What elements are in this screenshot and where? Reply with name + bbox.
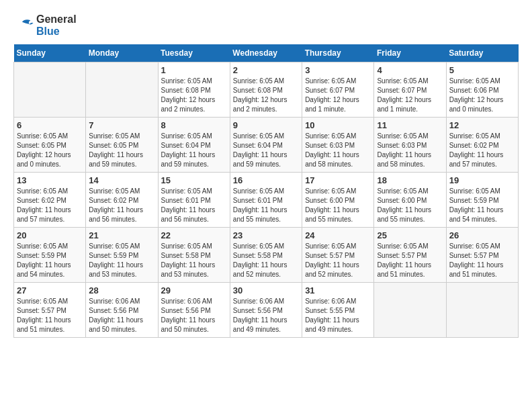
calendar-cell: 17Sunrise: 6:05 AM Sunset: 6:00 PM Dayli…: [302, 173, 374, 228]
day-number: 25: [377, 230, 443, 240]
logo-text: General Blue: [36, 13, 77, 38]
day-info: Sunrise: 6:05 AM Sunset: 6:05 PM Dayligh…: [89, 132, 154, 169]
day-number: 21: [89, 230, 154, 240]
calendar-cell: 1Sunrise: 6:05 AM Sunset: 6:08 PM Daylig…: [158, 62, 230, 118]
calendar-cell: 23Sunrise: 6:05 AM Sunset: 5:58 PM Dayli…: [230, 228, 302, 283]
day-number: 7: [89, 120, 154, 130]
day-number: 18: [377, 175, 443, 185]
day-info: Sunrise: 6:05 AM Sunset: 6:00 PM Dayligh…: [377, 187, 443, 224]
day-number: 1: [161, 65, 227, 75]
day-info: Sunrise: 6:06 AM Sunset: 5:56 PM Dayligh…: [89, 297, 154, 334]
day-info: Sunrise: 6:05 AM Sunset: 5:59 PM Dayligh…: [449, 187, 515, 224]
day-info: Sunrise: 6:06 AM Sunset: 5:55 PM Dayligh…: [305, 297, 371, 334]
calendar-cell: 3Sunrise: 6:05 AM Sunset: 6:07 PM Daylig…: [302, 62, 374, 118]
day-info: Sunrise: 6:05 AM Sunset: 6:02 PM Dayligh…: [89, 187, 154, 224]
calendar-cell: [374, 283, 446, 338]
day-number: 16: [233, 175, 299, 185]
calendar-cell: [86, 62, 158, 118]
day-number: 4: [377, 65, 443, 75]
weekday-header: Monday: [86, 44, 158, 62]
day-number: 27: [17, 285, 83, 295]
calendar-cell: 18Sunrise: 6:05 AM Sunset: 6:00 PM Dayli…: [374, 173, 446, 228]
weekday-header: Tuesday: [158, 44, 230, 62]
calendar-cell: 27Sunrise: 6:05 AM Sunset: 5:57 PM Dayli…: [14, 283, 86, 338]
calendar-cell: 6Sunrise: 6:05 AM Sunset: 6:05 PM Daylig…: [14, 118, 86, 173]
day-info: Sunrise: 6:05 AM Sunset: 6:05 PM Dayligh…: [17, 132, 83, 169]
calendar-cell: 26Sunrise: 6:05 AM Sunset: 5:57 PM Dayli…: [446, 228, 518, 283]
calendar-cell: 14Sunrise: 6:05 AM Sunset: 6:02 PM Dayli…: [86, 173, 158, 228]
day-info: Sunrise: 6:05 AM Sunset: 6:03 PM Dayligh…: [305, 132, 371, 169]
day-number: 30: [233, 285, 299, 295]
day-number: 23: [233, 230, 299, 240]
calendar-week-row: 20Sunrise: 6:05 AM Sunset: 5:59 PM Dayli…: [14, 228, 519, 283]
calendar-cell: 10Sunrise: 6:05 AM Sunset: 6:03 PM Dayli…: [302, 118, 374, 173]
day-number: 17: [305, 175, 371, 185]
calendar-body: 1Sunrise: 6:05 AM Sunset: 6:08 PM Daylig…: [14, 62, 519, 338]
day-number: 3: [305, 65, 371, 75]
day-number: 8: [161, 120, 227, 130]
day-number: 15: [161, 175, 227, 185]
calendar-cell: 30Sunrise: 6:06 AM Sunset: 5:56 PM Dayli…: [230, 283, 302, 338]
day-info: Sunrise: 6:05 AM Sunset: 5:57 PM Dayligh…: [377, 242, 443, 279]
day-info: Sunrise: 6:05 AM Sunset: 6:02 PM Dayligh…: [17, 187, 83, 224]
calendar-header: SundayMondayTuesdayWednesdayThursdayFrid…: [14, 44, 519, 62]
calendar-cell: 16Sunrise: 6:05 AM Sunset: 6:01 PM Dayli…: [230, 173, 302, 228]
day-number: 12: [449, 120, 515, 130]
calendar-cell: 20Sunrise: 6:05 AM Sunset: 5:59 PM Dayli…: [14, 228, 86, 283]
calendar-cell: 21Sunrise: 6:05 AM Sunset: 5:59 PM Dayli…: [86, 228, 158, 283]
day-info: Sunrise: 6:05 AM Sunset: 5:58 PM Dayligh…: [233, 242, 299, 279]
day-info: Sunrise: 6:05 AM Sunset: 6:01 PM Dayligh…: [233, 187, 299, 224]
calendar-cell: 13Sunrise: 6:05 AM Sunset: 6:02 PM Dayli…: [14, 173, 86, 228]
day-info: Sunrise: 6:05 AM Sunset: 6:08 PM Dayligh…: [233, 77, 299, 114]
page-header: General Blue: [13, 13, 519, 38]
day-number: 6: [17, 120, 83, 130]
day-number: 14: [89, 175, 154, 185]
day-number: 31: [305, 285, 371, 295]
day-number: 5: [449, 65, 515, 75]
day-info: Sunrise: 6:06 AM Sunset: 5:56 PM Dayligh…: [233, 297, 299, 334]
day-number: 13: [17, 175, 83, 185]
day-info: Sunrise: 6:05 AM Sunset: 5:57 PM Dayligh…: [305, 242, 371, 279]
calendar-cell: [446, 283, 518, 338]
day-number: 2: [233, 65, 299, 75]
weekday-header: Wednesday: [230, 44, 302, 62]
calendar-cell: 11Sunrise: 6:05 AM Sunset: 6:03 PM Dayli…: [374, 118, 446, 173]
day-number: 28: [89, 285, 154, 295]
day-info: Sunrise: 6:05 AM Sunset: 5:59 PM Dayligh…: [17, 242, 83, 279]
calendar-cell: 9Sunrise: 6:05 AM Sunset: 6:04 PM Daylig…: [230, 118, 302, 173]
day-info: Sunrise: 6:05 AM Sunset: 6:06 PM Dayligh…: [449, 77, 515, 114]
day-info: Sunrise: 6:05 AM Sunset: 5:57 PM Dayligh…: [17, 297, 83, 334]
calendar-cell: 15Sunrise: 6:05 AM Sunset: 6:01 PM Dayli…: [158, 173, 230, 228]
calendar-cell: 5Sunrise: 6:05 AM Sunset: 6:06 PM Daylig…: [446, 62, 518, 118]
day-info: Sunrise: 6:05 AM Sunset: 5:57 PM Dayligh…: [449, 242, 515, 279]
calendar-cell: 29Sunrise: 6:06 AM Sunset: 5:56 PM Dayli…: [158, 283, 230, 338]
calendar-cell: 22Sunrise: 6:05 AM Sunset: 5:58 PM Dayli…: [158, 228, 230, 283]
day-info: Sunrise: 6:05 AM Sunset: 6:08 PM Dayligh…: [161, 77, 227, 114]
calendar-cell: 7Sunrise: 6:05 AM Sunset: 6:05 PM Daylig…: [86, 118, 158, 173]
calendar-cell: 2Sunrise: 6:05 AM Sunset: 6:08 PM Daylig…: [230, 62, 302, 118]
logo-icon: [13, 17, 34, 34]
calendar-cell: 25Sunrise: 6:05 AM Sunset: 5:57 PM Dayli…: [374, 228, 446, 283]
calendar-cell: 12Sunrise: 6:05 AM Sunset: 6:02 PM Dayli…: [446, 118, 518, 173]
day-number: 26: [449, 230, 515, 240]
calendar-cell: 19Sunrise: 6:05 AM Sunset: 5:59 PM Dayli…: [446, 173, 518, 228]
day-number: 10: [305, 120, 371, 130]
calendar-cell: 8Sunrise: 6:05 AM Sunset: 6:04 PM Daylig…: [158, 118, 230, 173]
calendar-table: SundayMondayTuesdayWednesdayThursdayFrid…: [13, 44, 519, 338]
logo: General Blue: [13, 13, 77, 38]
calendar-cell: 24Sunrise: 6:05 AM Sunset: 5:57 PM Dayli…: [302, 228, 374, 283]
weekday-header: Saturday: [446, 44, 518, 62]
day-info: Sunrise: 6:05 AM Sunset: 6:04 PM Dayligh…: [233, 132, 299, 169]
day-number: 29: [161, 285, 227, 295]
day-info: Sunrise: 6:06 AM Sunset: 5:56 PM Dayligh…: [161, 297, 227, 334]
calendar-cell: [14, 62, 86, 118]
weekday-header: Thursday: [302, 44, 374, 62]
day-number: 22: [161, 230, 227, 240]
day-info: Sunrise: 6:05 AM Sunset: 6:04 PM Dayligh…: [161, 132, 227, 169]
calendar-cell: 4Sunrise: 6:05 AM Sunset: 6:07 PM Daylig…: [374, 62, 446, 118]
calendar-week-row: 6Sunrise: 6:05 AM Sunset: 6:05 PM Daylig…: [14, 118, 519, 173]
day-number: 19: [449, 175, 515, 185]
calendar-week-row: 13Sunrise: 6:05 AM Sunset: 6:02 PM Dayli…: [14, 173, 519, 228]
day-info: Sunrise: 6:05 AM Sunset: 6:07 PM Dayligh…: [305, 77, 371, 114]
calendar-week-row: 27Sunrise: 6:05 AM Sunset: 5:57 PM Dayli…: [14, 283, 519, 338]
